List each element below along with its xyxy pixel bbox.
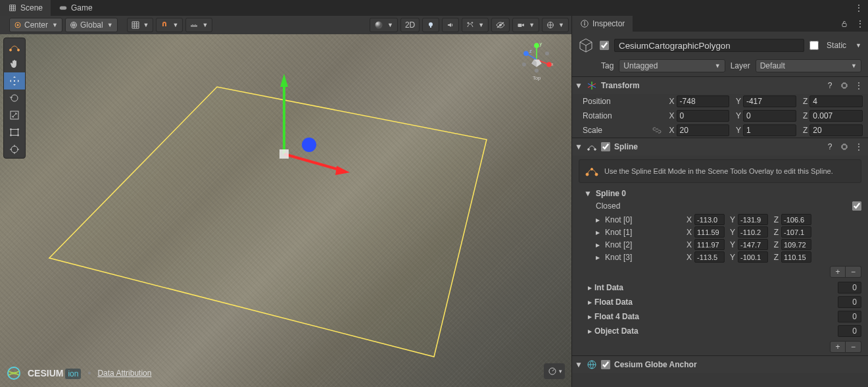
data-foldout[interactable]: ▸ — [588, 297, 594, 307]
data-add-button[interactable]: + — [830, 341, 846, 353]
rotation-y[interactable] — [743, 110, 796, 122]
knot-0-y[interactable] — [738, 214, 768, 225]
lighting-toggle[interactable] — [422, 18, 439, 32]
transform-help-icon[interactable]: ? — [825, 80, 835, 91]
data-value[interactable]: 0 — [838, 311, 861, 322]
camera-dropdown[interactable]: ▼ — [512, 18, 539, 32]
tool-transform[interactable] — [4, 141, 25, 158]
position-x[interactable] — [677, 95, 730, 107]
data-label: Object Data — [594, 326, 838, 336]
spline-list-header[interactable]: ▼Spline 0 — [572, 187, 868, 200]
transform-title: Transform — [601, 81, 821, 90]
gizmo-icon — [546, 21, 554, 29]
data-remove-button[interactable]: − — [846, 341, 861, 353]
data-attribution-link[interactable]: Data Attribution — [97, 369, 151, 378]
orientation-gizmo[interactable]: x y z Top — [514, 39, 560, 86]
knot-foldout[interactable]: ▸ — [596, 253, 602, 262]
layer-label: Layer — [731, 61, 750, 70]
knot-3-z[interactable] — [781, 251, 811, 263]
knot-3-y[interactable] — [738, 251, 768, 263]
svg-point-26 — [18, 135, 19, 136]
knot-foldout[interactable]: ▸ — [596, 240, 602, 249]
tag-dropdown[interactable]: Untagged▼ — [619, 59, 725, 72]
position-z[interactable] — [809, 95, 863, 107]
transform-menu-icon[interactable]: ⋮ — [854, 80, 864, 91]
data-label: Float 4 Data — [594, 312, 838, 321]
knot-3-x[interactable] — [694, 251, 725, 263]
scale-x[interactable] — [677, 124, 730, 136]
spline-help-icon[interactable]: ? — [825, 142, 835, 152]
data-foldout[interactable]: ▸ — [588, 326, 594, 336]
tool-spline[interactable] — [4, 38, 25, 55]
light-icon — [427, 21, 435, 29]
svg-point-25 — [11, 135, 12, 136]
shading-dropdown[interactable]: ▼ — [370, 18, 398, 32]
2d-toggle[interactable]: 2D — [400, 18, 420, 32]
spline-enabled-checkbox[interactable] — [601, 142, 610, 151]
transform-foldout[interactable]: ▼ — [575, 81, 583, 90]
static-dropdown-icon[interactable]: ▼ — [856, 42, 861, 49]
spline-foldout[interactable]: ▼ — [575, 142, 583, 151]
tool-rect[interactable] — [4, 124, 25, 141]
scene-tabs-menu-icon[interactable]: ⋮ — [850, 3, 868, 13]
scene-viewport[interactable]: x y z Top CESIUMion • Data Attribution — [0, 34, 571, 387]
svg-point-49 — [588, 149, 590, 151]
fx-toggle[interactable]: ▼ — [462, 18, 489, 32]
knot-0-z[interactable] — [781, 214, 811, 225]
globe-foldout[interactable]: ▼ — [575, 360, 583, 369]
data-foldout[interactable]: ▸ — [588, 312, 594, 321]
knot-remove-button[interactable]: − — [846, 266, 861, 278]
knot-1-z[interactable] — [781, 226, 811, 238]
transform-preset-icon[interactable] — [839, 80, 850, 91]
svg-point-19 — [10, 49, 12, 51]
tool-scale[interactable] — [4, 107, 25, 124]
rotation-x[interactable] — [677, 110, 730, 122]
static-checkbox[interactable] — [809, 41, 819, 50]
camera-speed-button[interactable]: ▾ — [544, 363, 565, 379]
globe-icon — [70, 21, 78, 29]
knot-add-button[interactable]: + — [830, 266, 846, 278]
scale-link-icon[interactable] — [652, 126, 663, 134]
spline-menu-icon[interactable]: ⋮ — [854, 142, 864, 152]
knot-2-x[interactable] — [694, 239, 725, 250]
knot-0-x[interactable] — [694, 214, 725, 225]
spline-preset-icon[interactable] — [839, 142, 850, 152]
spline-data-row: ▸ Object Data 0 — [572, 324, 868, 338]
data-value[interactable]: 0 — [838, 296, 861, 308]
hidden-toggle[interactable] — [491, 18, 510, 32]
scale-y[interactable] — [743, 124, 796, 136]
data-foldout[interactable]: ▸ — [588, 283, 594, 292]
coords-dropdown[interactable]: Global▼ — [65, 18, 118, 32]
knot-foldout[interactable]: ▸ — [596, 215, 602, 224]
increment-toggle[interactable]: ▼ — [185, 18, 212, 32]
globe-enabled-checkbox[interactable] — [601, 360, 610, 369]
audio-toggle[interactable] — [442, 18, 459, 32]
tab-scene[interactable]: Scene — [0, 0, 51, 16]
tool-hand[interactable] — [4, 55, 25, 72]
tool-move[interactable] — [4, 72, 25, 90]
knot-1-y[interactable] — [738, 226, 768, 238]
snap-toggle[interactable]: ▼ — [156, 18, 183, 32]
tool-rotate[interactable] — [4, 90, 25, 107]
closed-checkbox[interactable] — [852, 201, 861, 211]
layer-dropdown[interactable]: Default▼ — [756, 59, 861, 72]
inspector-lock-icon[interactable] — [836, 20, 852, 28]
gameobject-name-input[interactable] — [614, 39, 804, 52]
knot-2-z[interactable] — [781, 239, 811, 250]
inspector-menu-icon[interactable]: ⋮ — [852, 19, 868, 28]
data-value[interactable]: 0 — [838, 282, 861, 294]
gameobject-active-checkbox[interactable] — [600, 41, 609, 50]
grid-toggle[interactable]: ▼ — [127, 18, 154, 32]
tab-game[interactable]: Game — [51, 0, 101, 16]
knot-foldout[interactable]: ▸ — [596, 228, 602, 237]
scale-z[interactable] — [809, 124, 863, 136]
rotation-z[interactable] — [809, 110, 863, 122]
knot-2-y[interactable] — [738, 239, 768, 250]
knot-1-x[interactable] — [694, 226, 725, 238]
svg-point-24 — [18, 129, 19, 130]
position-y[interactable] — [743, 95, 796, 107]
gizmo-dropdown[interactable]: ▼ — [542, 18, 569, 32]
pivot-dropdown[interactable]: Center▼ — [9, 18, 62, 32]
data-value[interactable]: 0 — [838, 325, 861, 337]
tab-inspector[interactable]: Inspector — [572, 16, 633, 32]
